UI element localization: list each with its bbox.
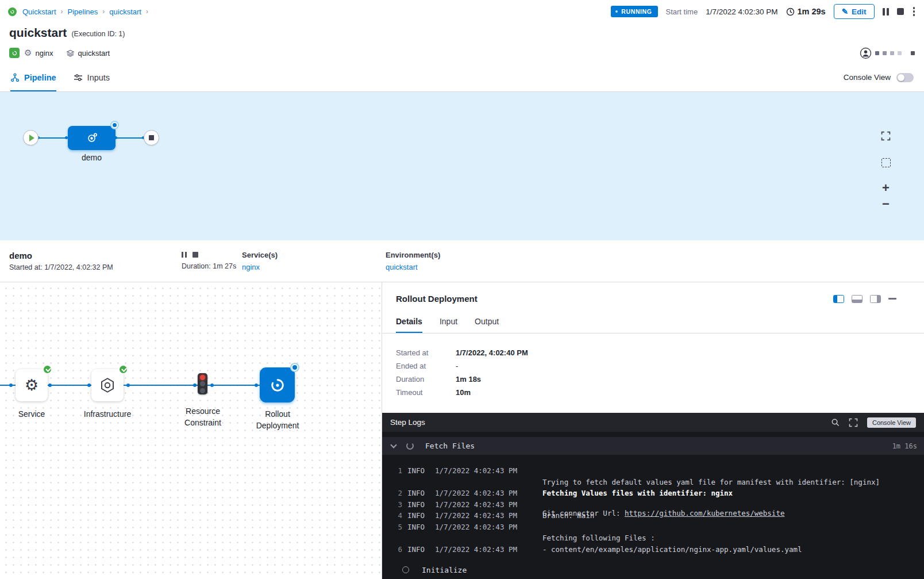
inputs-icon — [74, 73, 83, 82]
log-row: 6INFO1/7/2022 4:02:43 PM- content/en/exa… — [382, 536, 924, 548]
log-section-duration: 1m 16s — [892, 442, 917, 450]
duration-value: 1m 27s — [213, 262, 236, 270]
stage-node-demo[interactable] — [68, 126, 116, 150]
step-label-service: Service — [7, 408, 56, 420]
log-row: 2INFO1/7/2022 4:02:43 PMFetching Values … — [382, 480, 924, 492]
stage-started-value: 1/7/2022, 4:02:32 PM — [44, 263, 113, 271]
dashed-square-icon — [881, 158, 891, 167]
detail-value: 1/7/2022, 4:02:40 PM — [456, 348, 528, 357]
log-lines: 1INFO1/7/2022 4:02:43 PM Trying to fetch… — [382, 455, 924, 557]
connector-dot — [9, 384, 13, 387]
zoom-out-button[interactable]: − — [882, 198, 890, 210]
rollout-icon — [269, 377, 286, 394]
environment-name: quickstart — [78, 49, 110, 57]
edit-button[interactable]: ✎ Edit — [834, 4, 875, 19]
start-time-value: 1/7/2022 4:02:30 PM — [706, 7, 777, 16]
stage-dot-icon — [890, 51, 894, 55]
log-row: Trying to fetch default values yaml file… — [382, 469, 924, 481]
step-logs-title: Step Logs — [390, 418, 425, 427]
log-row: Fetching following Files : — [382, 525, 924, 536]
log-row: 1INFO1/7/2022 4:02:43 PM — [382, 458, 924, 469]
log-section-fetch-files[interactable]: Fetch Files 1m 16s — [382, 437, 924, 455]
spinner-icon — [406, 442, 414, 450]
environment-meta: quickstart — [66, 49, 110, 57]
detail-value: - — [456, 362, 458, 370]
gear-icon: ⚙ — [24, 48, 32, 58]
execution-graph-canvas: ⚙ Service Infrastructure Resource Constr… — [0, 282, 382, 579]
step-node-rollout-deployment[interactable] — [260, 367, 295, 402]
search-icon[interactable] — [831, 418, 840, 427]
chevron-down-icon[interactable] — [390, 442, 396, 448]
console-view-toggle[interactable] — [896, 73, 914, 82]
tab-input[interactable]: Input — [440, 309, 457, 333]
play-icon — [29, 135, 34, 141]
connector-dot — [210, 384, 214, 387]
cd-module-icon — [9, 48, 20, 58]
pipeline-start-node — [23, 130, 38, 145]
breadcrumb-project[interactable]: Quickstart — [22, 7, 56, 16]
fullscreen-button[interactable] — [881, 129, 891, 143]
service-link[interactable]: nginx — [242, 263, 386, 271]
stage-dot-icon — [911, 51, 915, 55]
traffic-light-icon — [200, 381, 205, 386]
log-row: 4INFO1/7/2022 4:02:43 PMBranch: main — [382, 503, 924, 514]
console-view-label: Console View — [844, 73, 891, 82]
stage-dot-icon — [883, 51, 887, 55]
tab-details[interactable]: Details — [396, 309, 422, 333]
tab-pipeline[interactable]: Pipeline — [10, 63, 56, 91]
connector-line — [116, 137, 144, 139]
service-meta: ⚙ nginx — [24, 48, 53, 58]
traffic-light-red-icon — [200, 375, 205, 380]
detail-row: Started at 1/7/2022, 4:02:40 PM — [396, 348, 910, 357]
log-section-title: Fetch Files — [425, 442, 475, 450]
gear-icon: ⚙ — [25, 378, 38, 393]
tab-output[interactable]: Output — [475, 309, 499, 333]
breadcrumb-pipelines[interactable]: Pipelines — [68, 7, 98, 16]
layout-bottom-button[interactable] — [852, 295, 863, 303]
clock-icon — [786, 7, 795, 16]
step-node-service[interactable]: ⚙ — [16, 369, 48, 401]
layout-right-button[interactable] — [870, 295, 881, 303]
graph-controls: + − — [881, 129, 891, 210]
stage-dot-icon — [875, 51, 879, 55]
step-node-resource-constraint[interactable] — [198, 373, 207, 394]
elapsed-time: 1m 29s — [786, 7, 826, 16]
stage-stop-button[interactable] — [192, 252, 198, 258]
breadcrumb-pipeline[interactable]: quickstart — [109, 7, 141, 16]
step-node-infrastructure[interactable] — [91, 369, 124, 401]
meta-row: ⚙ nginx quickstart — [0, 43, 924, 63]
log-section-initialize[interactable]: Initialize — [382, 561, 924, 579]
breadcrumb-separator: › — [145, 7, 149, 16]
abort-execution-button[interactable] — [897, 8, 904, 15]
zoom-in-button[interactable]: + — [882, 182, 890, 194]
tab-inputs[interactable]: Inputs — [74, 63, 110, 91]
expand-logs-icon[interactable] — [849, 418, 858, 427]
stage-name: demo — [9, 251, 182, 260]
harness-logo-icon — [8, 7, 17, 16]
pipeline-icon — [10, 73, 20, 82]
minimize-panel-button[interactable] — [888, 298, 896, 300]
breadcrumb-separator: › — [60, 7, 64, 16]
duration-label: Duration: — [182, 262, 211, 270]
pencil-icon: ✎ — [842, 7, 848, 16]
user-avatar[interactable] — [860, 47, 872, 59]
console-view-button[interactable]: Console View — [867, 417, 916, 428]
detail-value: 10m — [456, 388, 471, 397]
pause-execution-button[interactable] — [883, 8, 889, 16]
breadcrumb-separator: › — [101, 7, 106, 16]
detail-label: Started at — [396, 348, 456, 357]
top-bar: Quickstart › Pipelines › quickstart › RU… — [0, 0, 924, 23]
select-region-button[interactable] — [881, 156, 891, 170]
running-dot-icon — [615, 10, 618, 13]
service-name: nginx — [35, 49, 53, 57]
pending-circle-icon — [402, 566, 409, 573]
more-options-button[interactable] — [912, 6, 917, 17]
stage-pause-button[interactable] — [182, 252, 187, 258]
infrastructure-icon — [99, 377, 116, 394]
stage-dot-icon — [898, 51, 902, 55]
step-logs-console: Step Logs Console View Fetch Files 1m 16… — [382, 413, 924, 579]
page-title: quickstart — [9, 26, 67, 40]
environment-icon — [66, 49, 75, 57]
layout-left-button[interactable] — [833, 295, 844, 303]
environment-link[interactable]: quickstart — [386, 263, 440, 271]
